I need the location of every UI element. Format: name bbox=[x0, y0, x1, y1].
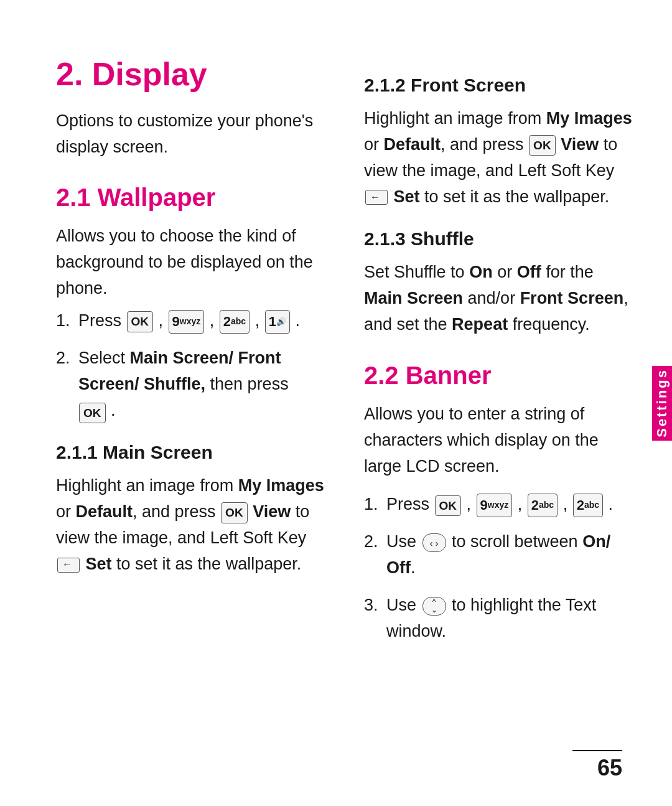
up-arrow: ^ bbox=[432, 598, 436, 606]
main-screen-desc: Highlight an image from My Images or Def… bbox=[56, 473, 327, 577]
step-1-content: Press OK , 9wxyz , 2abc , 1🔊 . bbox=[78, 308, 327, 334]
set-text-2: Set bbox=[394, 187, 420, 206]
9wxyz-key-1: 9wxyz bbox=[169, 310, 205, 334]
page-divider bbox=[572, 750, 622, 751]
step-2-bold: Main Screen/ Front Screen/ Shuffle, bbox=[78, 349, 281, 393]
ok-key-2: OK bbox=[79, 403, 106, 423]
right-column: 2.1.2 Front Screen Highlight an image fr… bbox=[364, 56, 635, 769]
2abc-key-3: 2abc bbox=[573, 494, 603, 517]
down-arrow: ⌄ bbox=[431, 606, 437, 614]
step-2-num: 2. bbox=[56, 345, 78, 372]
front-screen-bold: Front Screen bbox=[520, 289, 624, 307]
ok-key-1: OK bbox=[127, 311, 154, 332]
subsection-2-1-3: 2.1.3 Shuffle bbox=[364, 228, 635, 250]
step-1-num: 1. bbox=[56, 308, 78, 334]
banner-step-2: 2. Use ‹ › to scroll between On/ Off. bbox=[364, 529, 635, 581]
shuffle-on: On bbox=[469, 263, 493, 281]
banner-step-2-num: 2. bbox=[364, 529, 386, 555]
subsection-2-1-2: 2.1.2 Front Screen bbox=[364, 75, 635, 96]
shuffle-desc: Set Shuffle to On or Off for the Main Sc… bbox=[364, 260, 635, 338]
repeat-bold: Repeat bbox=[452, 315, 508, 334]
view-text-1: View bbox=[253, 502, 291, 521]
set-text-1: Set bbox=[86, 555, 112, 573]
shuffle-off: Off bbox=[517, 263, 541, 281]
softkey-icon-2: ← bbox=[365, 190, 388, 205]
intro-text: Options to customize your phone's displa… bbox=[56, 108, 327, 161]
subsection-2-1-1: 2.1.1 Main Screen bbox=[56, 442, 327, 463]
page-layout: 2. Display Options to customize your pho… bbox=[0, 0, 672, 806]
main-screen-bold: Main Screen bbox=[364, 289, 463, 307]
9wxyz-key-2: 9wxyz bbox=[477, 494, 513, 517]
banner-step-1-num: 1. bbox=[364, 492, 386, 518]
banner-desc: Allows you to enter a string of characte… bbox=[364, 401, 635, 480]
my-images-text: My Images bbox=[238, 476, 324, 495]
left-right-nav-icon: ‹ › bbox=[422, 533, 446, 552]
default-text-2: Default bbox=[384, 135, 441, 154]
softkey-icon-1: ← bbox=[57, 558, 80, 573]
my-images-text-2: My Images bbox=[546, 109, 632, 128]
step-1: 1. Press OK , 9wxyz , 2abc , 1🔊 . bbox=[56, 308, 327, 334]
step-2: 2. Select Main Screen/ Front Screen/ Shu… bbox=[56, 345, 327, 424]
banner-step-1: 1. Press OK , 9wxyz , 2abc , 2abc . bbox=[364, 492, 635, 518]
default-text-1: Default bbox=[76, 502, 133, 521]
1-key-1: 1🔊 bbox=[265, 310, 290, 334]
banner-step-2-content: Use ‹ › to scroll between On/ Off. bbox=[386, 529, 635, 581]
left-column: 2. Display Options to customize your pho… bbox=[56, 56, 327, 769]
view-text-2: View bbox=[561, 135, 599, 154]
banner-step-3-num: 3. bbox=[364, 593, 386, 619]
2abc-key-2: 2abc bbox=[528, 494, 558, 517]
settings-sidebar-tab: Settings bbox=[652, 366, 672, 441]
2abc-key-1: 2abc bbox=[220, 310, 250, 334]
ok-key-5: OK bbox=[435, 495, 462, 516]
section-2-1-desc: Allows you to choose the kind of backgro… bbox=[56, 223, 327, 302]
ok-key-4: OK bbox=[529, 135, 556, 156]
main-content: 2. Display Options to customize your pho… bbox=[0, 0, 672, 806]
banner-step-3-content: Use ^ ⌄ to highlight the Text window. bbox=[386, 593, 635, 645]
section-2-2-title: 2.2 Banner bbox=[364, 360, 635, 390]
step-2-content: Select Main Screen/ Front Screen/ Shuffl… bbox=[78, 345, 327, 424]
front-screen-desc: Highlight an image from My Images or Def… bbox=[364, 106, 635, 210]
sidebar-tab-label: Settings bbox=[654, 368, 670, 438]
on-off-bold: On/ Off bbox=[386, 532, 610, 577]
section-2-1-title: 2.1 Wallpaper bbox=[56, 182, 327, 212]
up-down-icon: ^ ⌄ bbox=[422, 597, 446, 616]
ok-key-3: OK bbox=[221, 502, 248, 523]
page-title: 2. Display bbox=[56, 56, 327, 93]
banner-step-1-content: Press OK , 9wxyz , 2abc , 2abc . bbox=[386, 492, 635, 518]
page-number: 65 bbox=[597, 755, 622, 781]
banner-step-3: 3. Use ^ ⌄ to highlight the Text window. bbox=[364, 593, 635, 645]
